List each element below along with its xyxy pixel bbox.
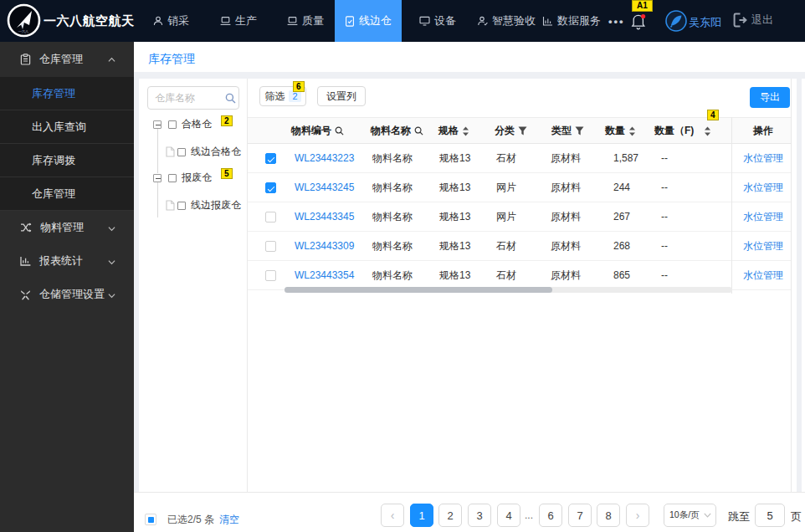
water-level-action-link[interactable]: 水位管理 — [743, 144, 783, 172]
tree-node-lineside-scrap[interactable]: 线边报废仓 — [166, 198, 241, 212]
pagination-next-button[interactable]: › — [626, 504, 649, 527]
collapse-expander-icon[interactable] — [153, 174, 162, 182]
sort-icon[interactable] — [628, 126, 636, 136]
tree-node-qualified-warehouse[interactable]: 合格仓 — [153, 117, 212, 131]
material-code-link[interactable]: WL23443345 — [295, 202, 354, 231]
tree-node-lineside-qualified[interactable]: 线边合格仓 — [166, 145, 241, 159]
chevron-up-icon — [108, 56, 115, 64]
collapse-expander-icon[interactable] — [153, 120, 162, 129]
row-checkbox-checked[interactable] — [265, 153, 276, 164]
pagination-page-1[interactable]: 1 — [410, 504, 433, 527]
sidebar-item-inventory-transfer[interactable]: 库存调拨 — [0, 144, 134, 177]
tree-node-label[interactable]: 合格仓 — [182, 117, 212, 131]
search-icon[interactable] — [335, 126, 344, 136]
material-code-link[interactable]: WL23443223 — [295, 144, 354, 172]
pagination-page-6[interactable]: 6 — [539, 504, 562, 527]
tree-checkbox[interactable] — [177, 148, 186, 156]
sidebar-group-storage-settings[interactable]: 仓储管理设置 — [0, 278, 134, 311]
topnav-item-quality[interactable]: 质量 — [287, 0, 324, 42]
pagination-prev-button[interactable]: ‹ — [381, 504, 404, 527]
table-row: WL23443309 物料名称 规格13 石材 原材料 268 -- 水位管理 — [248, 232, 791, 261]
pagination-page-2[interactable]: 2 — [438, 504, 462, 527]
sidebar-item-inventory-management[interactable]: 库存管理 — [0, 77, 134, 110]
column-header-code[interactable]: 物料编号 — [291, 118, 344, 144]
filter-icon[interactable] — [518, 126, 527, 136]
sidebar-item-warehouse-management[interactable]: 仓库管理 — [0, 177, 134, 211]
export-button[interactable]: 导出 — [750, 87, 790, 108]
row-checkbox[interactable] — [265, 212, 276, 223]
topnav-item-data-service[interactable]: 数据服务 — [542, 0, 601, 42]
sidebar-group-material-management[interactable]: 物料管理 — [0, 211, 134, 244]
sidebar-group-label: 仓储管理设置 — [39, 287, 105, 302]
sort-icon[interactable] — [462, 126, 469, 136]
topnav-item-lineside-warehouse[interactable]: 线边仓 — [335, 0, 402, 42]
tree-node-label[interactable]: 线边合格仓 — [191, 145, 241, 159]
clear-selection-link[interactable]: 清空 — [219, 513, 239, 527]
tree-node-label[interactable]: 报废仓 — [182, 171, 212, 185]
user-check-icon — [478, 16, 488, 26]
material-code-link[interactable]: WL23443245 — [295, 173, 354, 202]
jump-to-page-input[interactable] — [755, 504, 785, 527]
select-all-checkbox-indeterminate[interactable] — [145, 514, 156, 525]
tree-checkbox[interactable] — [168, 120, 177, 129]
column-header-qty[interactable]: 数量 — [605, 118, 636, 144]
selected-count-text: 已选2/5 条 — [167, 513, 214, 527]
page-size-select[interactable]: 10条/页 — [664, 504, 716, 527]
topnav-item-equipment[interactable]: 设备 — [419, 0, 456, 42]
water-level-action-link[interactable]: 水位管理 — [743, 173, 783, 202]
pagination-ellipsis[interactable]: ... — [523, 504, 535, 527]
cell-material-name: 物料名称 — [372, 202, 413, 231]
more-menu-button[interactable]: ••• — [608, 15, 625, 28]
row-checkbox[interactable] — [265, 270, 276, 281]
water-level-action-link[interactable]: 水位管理 — [743, 202, 783, 231]
document-check-icon — [345, 16, 355, 27]
sidebar-group-warehouse-management[interactable]: 仓库管理 — [0, 43, 134, 76]
username-label[interactable]: 吴东阳 — [689, 15, 721, 30]
material-code-link[interactable]: WL23443354 — [295, 261, 354, 289]
pagination-page-3[interactable]: 3 — [468, 504, 491, 527]
tree-node-scrap-warehouse[interactable]: 报废仓 — [153, 171, 212, 185]
sidebar-group-label: 仓库管理 — [39, 52, 83, 67]
row-checkbox-checked[interactable] — [265, 182, 276, 193]
water-level-action-link[interactable]: 水位管理 — [743, 261, 783, 289]
sort-icon[interactable] — [704, 126, 711, 136]
column-header-category[interactable]: 分类 — [495, 118, 527, 144]
horizontal-scrollbar-thumb[interactable] — [285, 287, 552, 293]
topnav-item-sales[interactable]: 销采 — [153, 0, 189, 42]
topnav-item-production[interactable]: 生产 — [220, 0, 257, 42]
sidebar-item-inout-query[interactable]: 出入库查询 — [0, 110, 134, 144]
tree-node-label[interactable]: 线边报废仓 — [191, 198, 241, 212]
row-checkbox[interactable] — [265, 241, 276, 252]
column-header-label: 分类 — [495, 118, 515, 144]
cell-spec: 规格13 — [439, 202, 470, 231]
pagination-page-4[interactable]: 4 — [497, 504, 520, 527]
cell-material-name: 物料名称 — [372, 232, 413, 260]
topnav-item-smart-acceptance[interactable]: 智慧验收 — [478, 0, 536, 42]
tree-checkbox[interactable] — [168, 174, 177, 182]
bell-icon[interactable] — [631, 13, 646, 30]
topnav-label: 智慧验收 — [492, 13, 536, 28]
column-header-spec[interactable]: 规格 — [438, 118, 469, 144]
pagination-page-8[interactable]: 8 — [597, 504, 620, 527]
user-avatar[interactable] — [665, 10, 687, 32]
column-header-type[interactable]: 类型 — [551, 118, 584, 144]
column-header-name[interactable]: 物料名称 — [371, 118, 423, 144]
tree-checkbox[interactable] — [177, 202, 186, 210]
warehouse-search-input[interactable] — [155, 92, 225, 104]
right-scrollbar-gutter[interactable] — [797, 79, 802, 492]
left-scrollbar-gutter[interactable] — [134, 79, 139, 492]
search-icon[interactable] — [225, 93, 236, 104]
water-level-action-link[interactable]: 水位管理 — [743, 232, 783, 260]
search-icon[interactable] — [414, 126, 423, 136]
column-header-qty-f[interactable]: 数量（F) — [654, 118, 711, 144]
material-code-link[interactable]: WL23443309 — [295, 232, 354, 260]
pagination-page-7[interactable]: 7 — [568, 504, 592, 527]
tools-icon — [20, 289, 31, 300]
sidebar-group-report-statistics[interactable]: 报表统计 — [0, 244, 134, 278]
filter-icon[interactable] — [575, 126, 584, 136]
column-settings-button[interactable]: 设置列 — [317, 86, 366, 106]
fixed-column-divider — [731, 117, 732, 294]
tab-inventory-management[interactable]: 库存管理 — [148, 52, 195, 67]
laptop-icon — [287, 16, 298, 26]
logout-button[interactable]: 退出 — [733, 13, 773, 28]
